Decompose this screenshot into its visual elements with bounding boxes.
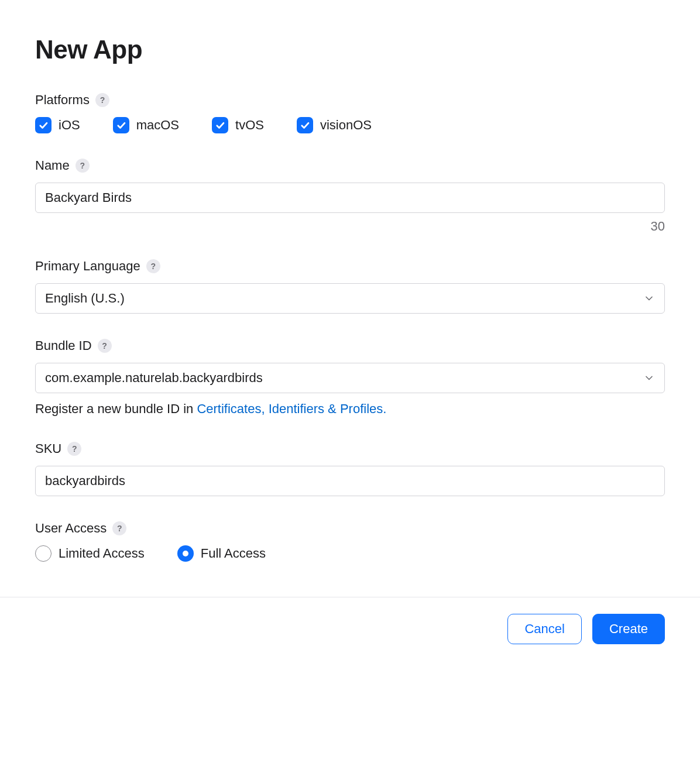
name-label: Name bbox=[35, 158, 70, 173]
bundle-id-value: com.example.naturelab.backyardbirds bbox=[45, 370, 263, 386]
user-access-limited-radio[interactable]: Limited Access bbox=[35, 545, 145, 562]
primary-language-label: Primary Language bbox=[35, 259, 140, 274]
help-icon[interactable]: ? bbox=[112, 521, 126, 535]
platforms-label: Platforms bbox=[35, 92, 90, 108]
name-counter: 30 bbox=[35, 219, 665, 234]
bundle-id-field: Bundle ID ? com.example.naturelab.backya… bbox=[35, 338, 665, 417]
user-access-full-radio[interactable]: Full Access bbox=[177, 545, 266, 562]
sku-field: SKU ? bbox=[35, 441, 665, 496]
check-icon bbox=[297, 117, 313, 133]
check-icon bbox=[113, 117, 129, 133]
platform-label: iOS bbox=[59, 118, 80, 133]
cancel-button[interactable]: Cancel bbox=[507, 614, 581, 644]
radio-label: Full Access bbox=[201, 546, 266, 561]
help-icon[interactable]: ? bbox=[67, 442, 81, 456]
platform-label: tvOS bbox=[235, 118, 264, 133]
platform-checkbox-visionos[interactable]: visionOS bbox=[297, 117, 372, 133]
primary-language-select[interactable]: English (U.S.) bbox=[35, 283, 665, 314]
bundle-id-select[interactable]: com.example.naturelab.backyardbirds bbox=[35, 363, 665, 393]
page-title: New App bbox=[35, 35, 665, 64]
radio-icon bbox=[177, 545, 194, 562]
check-icon bbox=[212, 117, 228, 133]
name-input[interactable] bbox=[35, 183, 665, 213]
primary-language-value: English (U.S.) bbox=[45, 291, 125, 306]
platform-checkbox-macos[interactable]: macOS bbox=[113, 117, 179, 133]
chevron-down-icon bbox=[643, 372, 655, 384]
sku-label: SKU bbox=[35, 441, 61, 456]
platform-label: macOS bbox=[136, 118, 179, 133]
platform-label: visionOS bbox=[320, 118, 372, 133]
bundle-id-label: Bundle ID bbox=[35, 338, 92, 353]
certificates-link[interactable]: Certificates, Identifiers & Profiles. bbox=[197, 401, 386, 416]
name-field: Name ? 30 bbox=[35, 158, 665, 234]
sku-input[interactable] bbox=[35, 466, 665, 496]
platform-checkbox-tvos[interactable]: tvOS bbox=[212, 117, 264, 133]
help-icon[interactable]: ? bbox=[95, 93, 109, 107]
platform-checkbox-ios[interactable]: iOS bbox=[35, 117, 80, 133]
bundle-id-helper-prefix: Register a new bundle ID in bbox=[35, 401, 197, 416]
help-icon[interactable]: ? bbox=[98, 339, 112, 353]
help-icon[interactable]: ? bbox=[76, 159, 90, 173]
user-access-field: User Access ? Limited Access Full Access bbox=[35, 521, 665, 562]
user-access-label: User Access bbox=[35, 521, 107, 536]
bundle-id-helper: Register a new bundle ID in Certificates… bbox=[35, 401, 665, 417]
radio-label: Limited Access bbox=[59, 546, 145, 561]
primary-language-field: Primary Language ? English (U.S.) bbox=[35, 259, 665, 314]
chevron-down-icon bbox=[643, 293, 655, 304]
create-button[interactable]: Create bbox=[592, 614, 665, 644]
radio-icon bbox=[35, 545, 52, 562]
check-icon bbox=[35, 117, 52, 133]
platforms-field: Platforms ? iOS macOS tvOS bbox=[35, 92, 665, 133]
footer: Cancel Create bbox=[0, 597, 700, 679]
help-icon[interactable]: ? bbox=[146, 259, 160, 273]
